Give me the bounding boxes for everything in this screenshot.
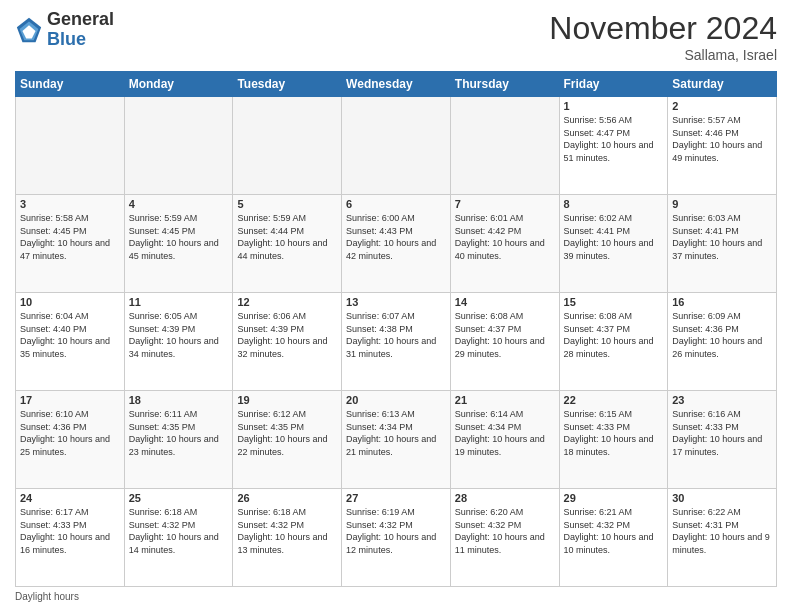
day-number: 23: [672, 394, 772, 406]
day-number: 8: [564, 198, 664, 210]
calendar-cell-w5-d7: 30Sunrise: 6:22 AM Sunset: 4:31 PM Dayli…: [668, 489, 777, 587]
day-number: 2: [672, 100, 772, 112]
day-info: Sunrise: 6:09 AM Sunset: 4:36 PM Dayligh…: [672, 310, 772, 360]
logo-icon: [15, 16, 43, 44]
calendar-cell-w3-d3: 12Sunrise: 6:06 AM Sunset: 4:39 PM Dayli…: [233, 293, 342, 391]
day-number: 20: [346, 394, 446, 406]
calendar-cell-w1-d1: [16, 97, 125, 195]
calendar-week-2: 3Sunrise: 5:58 AM Sunset: 4:45 PM Daylig…: [16, 195, 777, 293]
calendar-cell-w4-d4: 20Sunrise: 6:13 AM Sunset: 4:34 PM Dayli…: [342, 391, 451, 489]
day-info: Sunrise: 6:16 AM Sunset: 4:33 PM Dayligh…: [672, 408, 772, 458]
day-info: Sunrise: 6:01 AM Sunset: 4:42 PM Dayligh…: [455, 212, 555, 262]
day-number: 19: [237, 394, 337, 406]
calendar-cell-w2-d2: 4Sunrise: 5:59 AM Sunset: 4:45 PM Daylig…: [124, 195, 233, 293]
calendar-cell-w1-d5: [450, 97, 559, 195]
day-number: 4: [129, 198, 229, 210]
calendar-cell-w2-d4: 6Sunrise: 6:00 AM Sunset: 4:43 PM Daylig…: [342, 195, 451, 293]
day-info: Sunrise: 6:11 AM Sunset: 4:35 PM Dayligh…: [129, 408, 229, 458]
day-info: Sunrise: 5:57 AM Sunset: 4:46 PM Dayligh…: [672, 114, 772, 164]
day-number: 22: [564, 394, 664, 406]
calendar-cell-w4-d6: 22Sunrise: 6:15 AM Sunset: 4:33 PM Dayli…: [559, 391, 668, 489]
calendar-cell-w3-d5: 14Sunrise: 6:08 AM Sunset: 4:37 PM Dayli…: [450, 293, 559, 391]
day-number: 30: [672, 492, 772, 504]
calendar-cell-w1-d3: [233, 97, 342, 195]
day-number: 28: [455, 492, 555, 504]
col-sunday: Sunday: [16, 72, 125, 97]
calendar-cell-w2-d1: 3Sunrise: 5:58 AM Sunset: 4:45 PM Daylig…: [16, 195, 125, 293]
calendar-cell-w3-d4: 13Sunrise: 6:07 AM Sunset: 4:38 PM Dayli…: [342, 293, 451, 391]
calendar-cell-w2-d3: 5Sunrise: 5:59 AM Sunset: 4:44 PM Daylig…: [233, 195, 342, 293]
day-number: 21: [455, 394, 555, 406]
day-info: Sunrise: 6:03 AM Sunset: 4:41 PM Dayligh…: [672, 212, 772, 262]
day-info: Sunrise: 6:02 AM Sunset: 4:41 PM Dayligh…: [564, 212, 664, 262]
title-block: November 2024 Sallama, Israel: [549, 10, 777, 63]
calendar-cell-w5-d2: 25Sunrise: 6:18 AM Sunset: 4:32 PM Dayli…: [124, 489, 233, 587]
day-info: Sunrise: 6:10 AM Sunset: 4:36 PM Dayligh…: [20, 408, 120, 458]
day-number: 16: [672, 296, 772, 308]
day-number: 24: [20, 492, 120, 504]
logo-text: General Blue: [47, 10, 114, 50]
col-saturday: Saturday: [668, 72, 777, 97]
day-info: Sunrise: 5:56 AM Sunset: 4:47 PM Dayligh…: [564, 114, 664, 164]
logo: General Blue: [15, 10, 114, 50]
day-number: 13: [346, 296, 446, 308]
page: General Blue November 2024 Sallama, Isra…: [0, 0, 792, 612]
day-number: 7: [455, 198, 555, 210]
day-number: 12: [237, 296, 337, 308]
day-number: 25: [129, 492, 229, 504]
day-info: Sunrise: 6:15 AM Sunset: 4:33 PM Dayligh…: [564, 408, 664, 458]
calendar-cell-w2-d7: 9Sunrise: 6:03 AM Sunset: 4:41 PM Daylig…: [668, 195, 777, 293]
calendar-header-row: Sunday Monday Tuesday Wednesday Thursday…: [16, 72, 777, 97]
month-title: November 2024: [549, 10, 777, 47]
calendar-week-4: 17Sunrise: 6:10 AM Sunset: 4:36 PM Dayli…: [16, 391, 777, 489]
header: General Blue November 2024 Sallama, Isra…: [15, 10, 777, 63]
col-thursday: Thursday: [450, 72, 559, 97]
calendar-week-5: 24Sunrise: 6:17 AM Sunset: 4:33 PM Dayli…: [16, 489, 777, 587]
day-number: 6: [346, 198, 446, 210]
col-friday: Friday: [559, 72, 668, 97]
day-number: 15: [564, 296, 664, 308]
calendar-cell-w4-d3: 19Sunrise: 6:12 AM Sunset: 4:35 PM Dayli…: [233, 391, 342, 489]
day-info: Sunrise: 6:06 AM Sunset: 4:39 PM Dayligh…: [237, 310, 337, 360]
day-info: Sunrise: 6:18 AM Sunset: 4:32 PM Dayligh…: [129, 506, 229, 556]
day-info: Sunrise: 6:17 AM Sunset: 4:33 PM Dayligh…: [20, 506, 120, 556]
calendar-cell-w1-d7: 2Sunrise: 5:57 AM Sunset: 4:46 PM Daylig…: [668, 97, 777, 195]
calendar-cell-w3-d2: 11Sunrise: 6:05 AM Sunset: 4:39 PM Dayli…: [124, 293, 233, 391]
calendar-cell-w5-d3: 26Sunrise: 6:18 AM Sunset: 4:32 PM Dayli…: [233, 489, 342, 587]
calendar-cell-w4-d2: 18Sunrise: 6:11 AM Sunset: 4:35 PM Dayli…: [124, 391, 233, 489]
day-info: Sunrise: 6:18 AM Sunset: 4:32 PM Dayligh…: [237, 506, 337, 556]
day-number: 27: [346, 492, 446, 504]
col-tuesday: Tuesday: [233, 72, 342, 97]
day-info: Sunrise: 6:00 AM Sunset: 4:43 PM Dayligh…: [346, 212, 446, 262]
day-info: Sunrise: 6:08 AM Sunset: 4:37 PM Dayligh…: [564, 310, 664, 360]
calendar-cell-w5-d4: 27Sunrise: 6:19 AM Sunset: 4:32 PM Dayli…: [342, 489, 451, 587]
day-number: 10: [20, 296, 120, 308]
calendar-week-3: 10Sunrise: 6:04 AM Sunset: 4:40 PM Dayli…: [16, 293, 777, 391]
calendar-cell-w4-d5: 21Sunrise: 6:14 AM Sunset: 4:34 PM Dayli…: [450, 391, 559, 489]
logo-blue: Blue: [47, 30, 114, 50]
day-info: Sunrise: 6:12 AM Sunset: 4:35 PM Dayligh…: [237, 408, 337, 458]
day-number: 18: [129, 394, 229, 406]
day-info: Sunrise: 6:20 AM Sunset: 4:32 PM Dayligh…: [455, 506, 555, 556]
day-info: Sunrise: 6:05 AM Sunset: 4:39 PM Dayligh…: [129, 310, 229, 360]
calendar-cell-w2-d5: 7Sunrise: 6:01 AM Sunset: 4:42 PM Daylig…: [450, 195, 559, 293]
day-number: 29: [564, 492, 664, 504]
calendar-cell-w2-d6: 8Sunrise: 6:02 AM Sunset: 4:41 PM Daylig…: [559, 195, 668, 293]
day-number: 9: [672, 198, 772, 210]
calendar-cell-w5-d1: 24Sunrise: 6:17 AM Sunset: 4:33 PM Dayli…: [16, 489, 125, 587]
calendar-cell-w1-d4: [342, 97, 451, 195]
col-monday: Monday: [124, 72, 233, 97]
day-info: Sunrise: 6:22 AM Sunset: 4:31 PM Dayligh…: [672, 506, 772, 556]
calendar-table: Sunday Monday Tuesday Wednesday Thursday…: [15, 71, 777, 587]
day-info: Sunrise: 6:14 AM Sunset: 4:34 PM Dayligh…: [455, 408, 555, 458]
calendar-cell-w1-d6: 1Sunrise: 5:56 AM Sunset: 4:47 PM Daylig…: [559, 97, 668, 195]
day-info: Sunrise: 6:21 AM Sunset: 4:32 PM Dayligh…: [564, 506, 664, 556]
footer-note: Daylight hours: [15, 591, 777, 602]
col-wednesday: Wednesday: [342, 72, 451, 97]
day-number: 17: [20, 394, 120, 406]
day-info: Sunrise: 6:08 AM Sunset: 4:37 PM Dayligh…: [455, 310, 555, 360]
calendar-cell-w4-d7: 23Sunrise: 6:16 AM Sunset: 4:33 PM Dayli…: [668, 391, 777, 489]
logo-general: General: [47, 10, 114, 30]
calendar-cell-w5-d5: 28Sunrise: 6:20 AM Sunset: 4:32 PM Dayli…: [450, 489, 559, 587]
day-info: Sunrise: 5:59 AM Sunset: 4:44 PM Dayligh…: [237, 212, 337, 262]
